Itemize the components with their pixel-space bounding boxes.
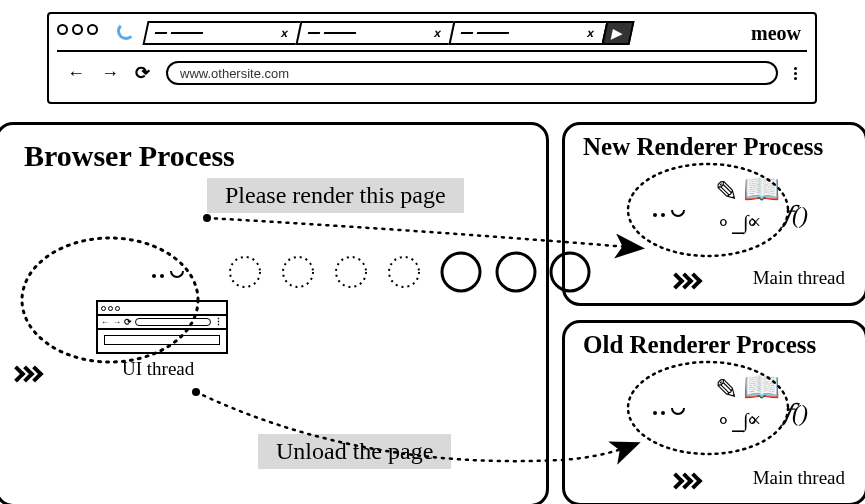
- panel-title: Browser Process: [24, 139, 235, 173]
- browser-window: x x x ▶ meow ← → ⟳ www.othersite.com: [47, 12, 817, 104]
- book-icon: 📖: [743, 171, 780, 206]
- loading-spinner-icon: [117, 22, 135, 40]
- browser-tab[interactable]: x: [448, 21, 608, 45]
- tree-icon: ⚬⎯⚬: [715, 211, 761, 235]
- main-thread-label: Main thread: [753, 267, 845, 289]
- tree-icon: ⚬⎯⚬: [715, 409, 761, 433]
- browser-tab[interactable]: x: [295, 21, 455, 45]
- ui-thread-label: UI thread: [122, 358, 194, 380]
- close-icon[interactable]: x: [433, 26, 445, 40]
- new-renderer-panel: New Renderer Process Main thread ✎ 📖 ∫× …: [562, 122, 865, 306]
- browser-tab[interactable]: x: [142, 21, 302, 45]
- brand-label: meow: [751, 22, 801, 45]
- paintbrush-icon: ✎: [715, 175, 738, 208]
- smiley-face-icon: [651, 401, 685, 419]
- close-icon[interactable]: x: [280, 26, 292, 40]
- message-unload-label: Unload the page: [258, 434, 451, 469]
- url-bar[interactable]: www.othersite.com: [166, 61, 778, 85]
- paintbrush-icon: ✎: [715, 373, 738, 406]
- panel-title: New Renderer Process: [583, 133, 823, 161]
- tab-strip: x x x ▶: [145, 21, 632, 45]
- menu-icon[interactable]: [794, 67, 797, 80]
- mini-browser-icon: ← → ⟳⋮: [96, 300, 228, 354]
- chevrons-icon: [673, 475, 700, 487]
- nav-toolbar: ← → ⟳ www.othersite.com: [57, 50, 807, 94]
- panel-title: Old Renderer Process: [583, 331, 816, 359]
- smiley-face-icon: [150, 264, 184, 282]
- chevrons-icon: [14, 368, 41, 380]
- function-icon: 𝑓(): [783, 201, 808, 229]
- tab-overflow-icon[interactable]: ▶: [601, 21, 634, 45]
- function-icon: 𝑓(): [783, 399, 808, 427]
- url-text: www.othersite.com: [180, 66, 289, 81]
- old-renderer-panel: Old Renderer Process Main thread ✎ 📖 ∫× …: [562, 320, 865, 504]
- main-thread-label: Main thread: [753, 467, 845, 489]
- forward-button[interactable]: →: [101, 63, 119, 84]
- window-control-dots: [57, 24, 98, 35]
- book-icon: 📖: [743, 369, 780, 404]
- message-render-label: Please render this page: [207, 178, 464, 213]
- close-icon[interactable]: x: [586, 26, 598, 40]
- back-button[interactable]: ←: [67, 63, 85, 84]
- chevrons-icon: [673, 275, 700, 287]
- reload-button[interactable]: ⟳: [135, 62, 150, 84]
- smiley-face-icon: [651, 203, 685, 221]
